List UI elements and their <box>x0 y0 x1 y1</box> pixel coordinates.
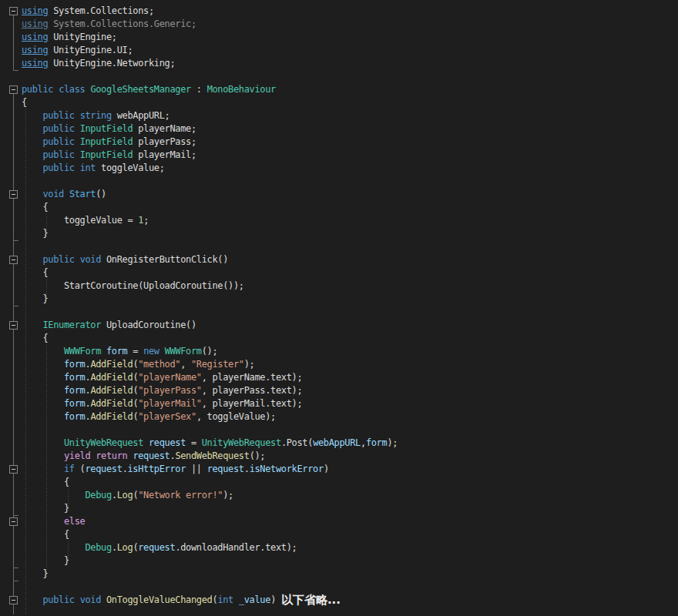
code-token: = <box>128 346 144 357</box>
code-token: public <box>43 254 75 265</box>
code-line[interactable]: using UnityEngine.UI; <box>22 44 678 57</box>
code-line[interactable]: public InputField playerMail; <box>22 149 678 162</box>
code-token <box>101 594 106 605</box>
code-line[interactable]: Debug.Log(request.downloadHandler.text); <box>22 541 678 554</box>
code-token: OnRegisterButtonClick() <box>101 254 228 265</box>
code-token <box>22 346 64 357</box>
code-line[interactable]: public void OnRegisterButtonClick() <box>22 253 678 266</box>
code-token: , playerMail.text); <box>202 398 303 409</box>
code-token: request <box>86 464 123 474</box>
code-token: form <box>64 359 86 370</box>
code-line[interactable]: { <box>22 528 678 541</box>
code-line[interactable] <box>22 581 678 594</box>
code-token: GoogleSheetsManager <box>90 84 191 95</box>
code-token <box>75 136 80 147</box>
fold-end-tick <box>13 70 18 71</box>
code-token <box>22 464 64 474</box>
code-token: form <box>64 411 86 422</box>
code-token: { <box>22 333 48 343</box>
code-line[interactable]: StartCoroutine(UploadCoroutine()); <box>22 280 678 293</box>
code-line[interactable]: using System.Collections.Generic; <box>22 18 678 31</box>
code-line[interactable]: Debug.Log("Network error!"); <box>22 489 678 502</box>
code-token: Debug <box>86 542 112 553</box>
code-token: public <box>43 123 75 134</box>
code-line[interactable]: public InputField playerName; <box>22 122 678 136</box>
code-line[interactable] <box>22 175 678 188</box>
code-token: string <box>80 110 112 121</box>
code-line[interactable]: public void OnToggleValueChanged(int _va… <box>22 594 678 607</box>
code-token: AddField <box>90 411 133 422</box>
code-token <box>64 189 69 199</box>
fold-end-tick <box>13 581 18 581</box>
code-line[interactable]: UnityWebRequest request = UnityWebReques… <box>22 437 678 450</box>
code-line[interactable]: form.AddField("playerSex", toggleValue); <box>22 410 678 424</box>
code-line[interactable]: form.AddField("playerPass", playerPass.t… <box>22 384 678 397</box>
fold-collapse-icon[interactable] <box>9 465 18 474</box>
code-line[interactable]: using UnityEngine; <box>22 31 678 44</box>
fold-collapse-icon[interactable] <box>9 85 18 94</box>
code-token: . <box>112 542 117 553</box>
code-area[interactable]: using System.Collections;using System.Co… <box>22 5 678 607</box>
code-token: request <box>207 464 244 474</box>
code-token: Log <box>117 542 133 553</box>
code-token: UnityEngine.UI; <box>48 45 133 55</box>
code-line[interactable] <box>22 306 678 319</box>
fold-collapse-icon[interactable] <box>9 190 18 199</box>
code-token: { <box>22 477 69 487</box>
fold-collapse-icon[interactable] <box>9 517 18 526</box>
fold-collapse-icon[interactable] <box>9 321 18 330</box>
code-line[interactable]: { <box>22 96 678 109</box>
code-line[interactable]: public InputField playerPass; <box>22 136 678 149</box>
code-token: WWWForm <box>165 346 202 357</box>
code-line[interactable]: public class GoogleSheetsManager : MonoB… <box>22 83 678 96</box>
code-token <box>22 437 64 448</box>
code-token: } <box>22 293 48 304</box>
code-line[interactable]: form.AddField("playerMail", playerMail.t… <box>22 397 678 410</box>
code-token <box>22 189 43 199</box>
code-token: UploadCoroutine() <box>101 320 196 330</box>
code-line[interactable] <box>22 240 678 253</box>
code-token <box>75 594 80 605</box>
code-token: , <box>361 437 366 448</box>
code-line[interactable]: void Start() <box>22 188 678 201</box>
code-token: , <box>180 359 191 370</box>
code-line[interactable]: form.AddField("playerName", playerName.t… <box>22 371 678 384</box>
code-line[interactable]: yield return request.SendWebRequest(); <box>22 450 678 463</box>
code-token <box>159 346 165 357</box>
code-token <box>143 437 149 448</box>
code-line[interactable]: public int toggleValue; <box>22 162 678 175</box>
code-token: "playerPass" <box>138 385 202 396</box>
code-line[interactable]: IEnumerator UploadCoroutine() <box>22 319 678 332</box>
code-token: else <box>64 516 86 527</box>
code-line[interactable]: { <box>22 201 678 214</box>
fold-collapse-icon[interactable] <box>9 596 18 604</box>
code-line[interactable]: WWWForm form = new WWWForm(); <box>22 345 678 358</box>
code-line[interactable]: public string webAppURL; <box>22 109 678 122</box>
code-line[interactable]: } <box>22 502 678 515</box>
code-line[interactable]: } <box>22 227 678 240</box>
code-line[interactable]: if (request.isHttpError || request.isNet… <box>22 463 678 476</box>
code-token <box>22 136 43 147</box>
code-line[interactable] <box>22 70 678 83</box>
code-token: Debug <box>86 490 112 500</box>
code-token: isHttpError <box>128 464 186 474</box>
code-token: .downloadHandler.text); <box>175 542 297 553</box>
code-token: { <box>22 529 69 540</box>
code-line[interactable]: } <box>22 293 678 306</box>
fold-collapse-icon[interactable] <box>9 7 18 15</box>
code-line[interactable]: toggleValue = 1; <box>22 214 678 227</box>
fold-collapse-icon[interactable] <box>9 256 18 264</box>
code-line[interactable]: } <box>22 567 678 581</box>
code-line[interactable]: else <box>22 515 678 528</box>
code-line[interactable] <box>22 424 678 437</box>
code-token: || <box>186 464 207 474</box>
code-line[interactable]: using UnityEngine.Networking; <box>22 57 678 70</box>
code-line[interactable]: form.AddField("method", "Register"); <box>22 358 678 371</box>
code-line[interactable]: { <box>22 476 678 489</box>
code-token <box>22 162 43 173</box>
code-line[interactable]: { <box>22 266 678 280</box>
code-line[interactable]: } <box>22 554 678 567</box>
code-line[interactable]: { <box>22 332 678 345</box>
code-token: InputField <box>80 149 133 160</box>
code-line[interactable]: using System.Collections; <box>22 5 678 18</box>
